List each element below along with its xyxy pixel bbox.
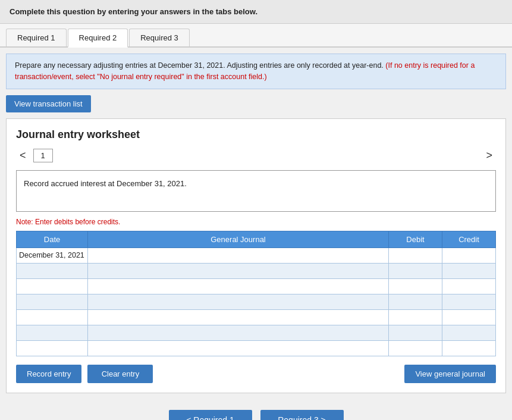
table-row-date-3[interactable] [17, 294, 88, 309]
col-header-gj: General Journal [88, 231, 389, 247]
page-wrapper: Complete this question by entering your … [0, 0, 512, 420]
table-row-credit-0[interactable] [442, 247, 496, 263]
description-box: Record accrued interest at December 31, … [16, 170, 496, 212]
col-header-debit: Debit [389, 231, 442, 247]
table-row-debit-6[interactable] [389, 340, 442, 356]
debit-input-4[interactable] [389, 310, 442, 325]
table-row-credit-1[interactable] [442, 263, 496, 278]
worksheet-card: Journal entry worksheet < 1 > Record acc… [6, 118, 506, 393]
nav-prev-button[interactable]: < [16, 148, 30, 163]
debit-input-5[interactable] [389, 325, 442, 340]
table-row-gj-3[interactable] [88, 294, 389, 309]
date-input-4[interactable] [17, 310, 87, 325]
page-number: 1 [33, 149, 53, 162]
gj-input-5[interactable] [96, 325, 388, 340]
table-row-debit-4[interactable] [389, 309, 442, 325]
tab-required3[interactable]: Required 3 [129, 29, 190, 46]
table-row-date-4[interactable] [17, 309, 88, 325]
prev-nav-button[interactable]: < Required 1 [169, 410, 252, 421]
gj-input-0[interactable] [88, 248, 388, 263]
info-main-text: Prepare any necessary adjusting entries … [15, 61, 384, 70]
table-row-debit-3[interactable] [389, 294, 442, 309]
instruction-bar: Complete this question by entering your … [0, 0, 512, 24]
gj-input-3[interactable] [96, 294, 388, 309]
table-row-date-6[interactable] [17, 340, 88, 356]
table-row-gj-5[interactable] [88, 325, 389, 340]
nav-next-button[interactable]: > [482, 148, 496, 163]
credit-input-5[interactable] [442, 325, 495, 340]
table-row-date-2[interactable] [17, 278, 88, 294]
tab-required1[interactable]: Required 1 [6, 29, 67, 46]
debit-input-1[interactable] [389, 264, 442, 278]
nav-row: < 1 > [16, 148, 496, 163]
credit-input-2[interactable] [442, 279, 495, 294]
table-row-date-5[interactable] [17, 325, 88, 340]
record-entry-button[interactable]: Record entry [16, 365, 81, 383]
table-row-credit-3[interactable] [442, 294, 496, 309]
credit-input-6[interactable] [442, 341, 495, 356]
note-text: Note: Enter debits before credits. [16, 218, 496, 226]
date-input-6[interactable] [17, 341, 87, 356]
tab-required2[interactable]: Required 2 [68, 29, 128, 48]
gj-input-1[interactable] [96, 264, 388, 278]
debit-input-0[interactable] [389, 248, 442, 263]
info-box: Prepare any necessary adjusting entries … [6, 54, 506, 89]
debit-input-6[interactable] [389, 341, 442, 356]
tabs-row: Required 1 Required 2 Required 3 [0, 24, 512, 48]
action-buttons: Record entry Clear entry View general jo… [16, 365, 496, 383]
bottom-nav: < Required 1 Required 3 > [0, 399, 512, 421]
table-row-date-0[interactable]: December 31, 2021 [17, 247, 88, 263]
table-row-gj-1[interactable] [88, 263, 389, 278]
credit-input-1[interactable] [442, 264, 495, 278]
table-row-debit-5[interactable] [389, 325, 442, 340]
debit-input-2[interactable] [389, 279, 442, 294]
table-row-debit-0[interactable] [389, 247, 442, 263]
table-row-gj-2[interactable] [88, 278, 389, 294]
table-row-gj-4[interactable] [88, 309, 389, 325]
worksheet-title: Journal entry worksheet [16, 128, 496, 141]
table-row-debit-1[interactable] [389, 263, 442, 278]
credit-input-0[interactable] [442, 248, 495, 263]
view-transaction-btn-wrapper: View transaction list [6, 95, 506, 112]
table-row-credit-2[interactable] [442, 278, 496, 294]
debit-input-3[interactable] [389, 294, 442, 309]
table-row-credit-6[interactable] [442, 340, 496, 356]
date-input-3[interactable] [17, 294, 87, 309]
gj-input-6[interactable] [96, 341, 388, 356]
view-general-journal-button[interactable]: View general journal [404, 365, 496, 383]
next-nav-button[interactable]: Required 3 > [260, 410, 344, 421]
table-row-credit-4[interactable] [442, 309, 496, 325]
table-row-debit-2[interactable] [389, 278, 442, 294]
credit-input-3[interactable] [442, 294, 495, 309]
table-row-gj-0[interactable] [88, 247, 389, 263]
date-input-5[interactable] [17, 325, 87, 340]
col-header-date: Date [17, 231, 88, 247]
date-input-1[interactable] [17, 264, 87, 278]
credit-input-4[interactable] [442, 310, 495, 325]
col-header-credit: Credit [442, 231, 496, 247]
gj-input-2[interactable] [96, 279, 388, 294]
journal-table: Date General Journal Debit Credit Decemb… [16, 231, 496, 356]
gj-input-4[interactable] [96, 310, 388, 325]
table-row-credit-5[interactable] [442, 325, 496, 340]
table-row-gj-6[interactable] [88, 340, 389, 356]
table-row-date-1[interactable] [17, 263, 88, 278]
view-transaction-button[interactable]: View transaction list [6, 95, 91, 112]
date-input-2[interactable] [17, 279, 87, 294]
instruction-text: Complete this question by entering your … [10, 7, 257, 16]
description-text: Record accrued interest at December 31, … [24, 179, 187, 188]
clear-entry-button[interactable]: Clear entry [87, 365, 153, 383]
